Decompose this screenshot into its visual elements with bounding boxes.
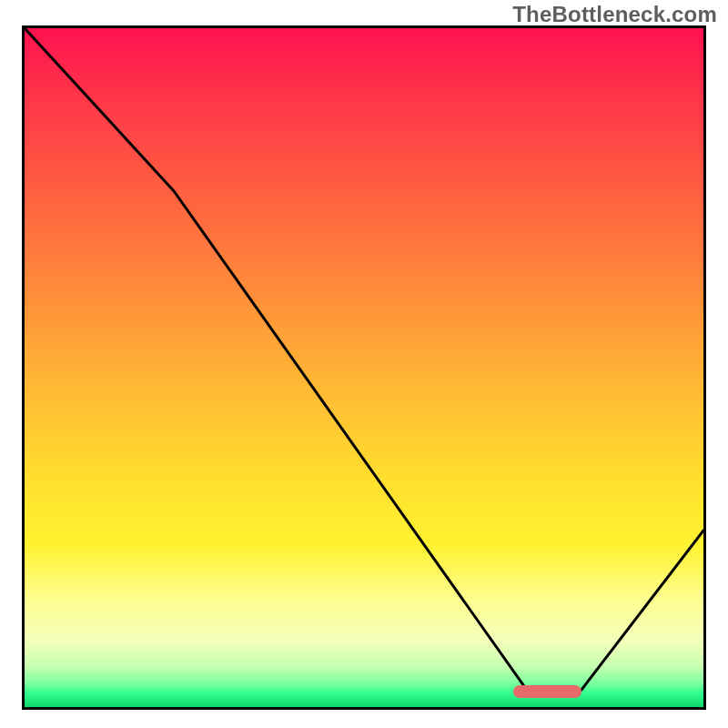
curve-path xyxy=(25,28,703,690)
plot-frame xyxy=(22,25,706,710)
watermark-text: TheBottleneck.com xyxy=(512,2,717,27)
min-marker xyxy=(513,685,581,698)
bottleneck-curve xyxy=(25,28,703,707)
chart-canvas: TheBottleneck.com xyxy=(0,0,728,728)
